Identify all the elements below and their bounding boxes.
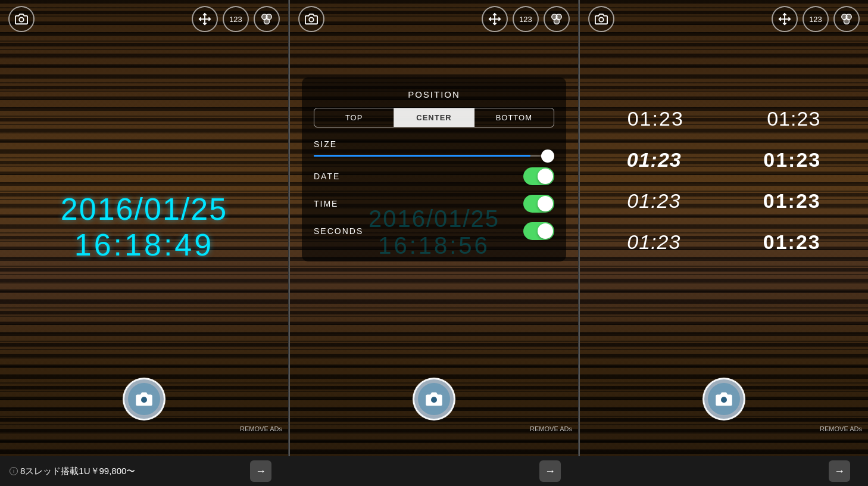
camera-rotate-button[interactable] <box>298 6 324 32</box>
position-center-button[interactable]: CENTER <box>394 108 474 127</box>
position-bottom-button[interactable]: BOTTOM <box>474 108 554 127</box>
svg-point-14 <box>599 17 603 21</box>
position-top-button[interactable]: TOP <box>314 108 394 127</box>
screen3: 123 01:23 01:23 01:23 <box>580 0 868 456</box>
123-button[interactable]: 123 <box>803 6 829 32</box>
font-row-2: 01:23 01:23 <box>586 148 862 172</box>
capture-button[interactable] <box>413 378 455 420</box>
font-row-3: 01:23 01:23 <box>586 189 862 213</box>
font-option-1[interactable]: 01:23 <box>627 107 684 130</box>
date-display: 2016/01/25 <box>0 192 288 226</box>
remove-ads-label[interactable]: REMOVE ADs <box>240 425 282 432</box>
123-button[interactable]: 123 <box>223 6 249 32</box>
remove-ads-label[interactable]: REMOVE ADs <box>530 425 572 432</box>
slider-fill <box>314 155 530 157</box>
capture-button[interactable] <box>702 378 745 420</box>
svg-point-7 <box>309 17 313 21</box>
ad-arrow-button-2[interactable]: → <box>539 460 561 482</box>
123-button[interactable]: 123 <box>513 6 539 32</box>
time-toggle-thumb <box>538 196 553 211</box>
capture-inner <box>708 383 740 415</box>
seconds-toggle-label: SECONDS <box>314 226 363 236</box>
capture-button[interactable] <box>123 378 166 420</box>
settings-panel: POSITION TOP CENTER BOTTOM SIZE DATE <box>302 77 566 261</box>
svg-point-20 <box>721 397 727 403</box>
ad-arrow-button[interactable]: → <box>829 460 850 482</box>
toolbar-right: 123 <box>772 6 860 32</box>
svg-point-6 <box>141 397 147 403</box>
toolbar: 123 <box>290 0 578 38</box>
font-option-3[interactable]: 01:23 <box>627 148 682 172</box>
remove-ads-label[interactable]: REMOVE ADs <box>820 425 862 432</box>
toolbar: 123 <box>580 0 868 38</box>
font-option-5[interactable]: 01:23 <box>627 189 680 213</box>
date-toggle-row: DATE <box>314 167 554 185</box>
time-display: 16:18:49 <box>0 226 288 263</box>
svg-point-5 <box>264 18 269 24</box>
svg-point-19 <box>844 18 849 24</box>
svg-point-12 <box>554 18 559 24</box>
font-row-4: 01:23 01:23 <box>586 230 862 254</box>
ad-bar: i 8スレッド搭載1U￥99,800〜 → → → <box>0 456 868 486</box>
toolbar-left <box>588 6 614 32</box>
color-button[interactable] <box>254 6 280 32</box>
move-button[interactable] <box>192 6 218 32</box>
date-toggle-thumb <box>538 169 553 184</box>
time-toggle-label: TIME <box>314 199 338 208</box>
camera-rotate-button[interactable] <box>8 6 35 32</box>
seconds-toggle[interactable] <box>523 222 554 240</box>
time-toggle-row: TIME <box>314 195 554 213</box>
font-option-2[interactable]: 01:23 <box>767 107 820 130</box>
toolbar-right: 123 <box>482 6 570 32</box>
settings-title: POSITION <box>314 89 554 99</box>
move-button[interactable] <box>772 6 798 32</box>
info-icon: i <box>10 467 18 475</box>
color-button[interactable] <box>544 6 570 32</box>
color-button[interactable] <box>833 6 860 32</box>
camera-rotate-button[interactable] <box>588 6 614 32</box>
toolbar: 123 <box>0 0 288 38</box>
move-button[interactable] <box>482 6 508 32</box>
arrow-icon-2: → <box>545 465 555 478</box>
svg-point-13 <box>431 397 437 403</box>
slider-thumb[interactable] <box>541 149 554 163</box>
size-section: SIZE <box>314 139 554 157</box>
font-option-6[interactable]: 01:23 <box>763 189 821 213</box>
arrow-icon: → <box>834 465 845 478</box>
toolbar-left <box>298 6 324 32</box>
position-selector: TOP CENTER BOTTOM <box>314 108 554 127</box>
svg-point-0 <box>19 17 23 21</box>
datetime-overlay: 2016/01/25 16:18:49 <box>0 192 288 264</box>
screen1: 123 2016/01/25 16:18:49 <box>0 0 289 456</box>
seconds-toggle-row: SECONDS <box>314 222 554 240</box>
time-toggle[interactable] <box>523 195 554 213</box>
date-toggle[interactable] <box>523 167 554 185</box>
ad-arrow-button-3[interactable]: → <box>250 460 271 482</box>
capture-inner <box>128 383 160 415</box>
ad-text: 8スレッド搭載1U￥99,800〜 <box>20 466 135 477</box>
arrow-icon-3: → <box>255 465 266 478</box>
size-slider[interactable] <box>314 155 554 157</box>
font-option-7[interactable]: 01:23 <box>627 230 680 254</box>
screen2: 123 2016/01/25 16:18:56 POSITION TOP <box>290 0 579 456</box>
font-options: 01:23 01:23 01:23 01:23 01:23 01:23 01:2… <box>580 107 868 272</box>
font-row-1: 01:23 01:23 <box>586 107 862 130</box>
font-option-4[interactable]: 01:23 <box>763 148 821 172</box>
size-label: SIZE <box>314 139 554 149</box>
toolbar-right: 123 <box>192 6 280 32</box>
font-option-8[interactable]: 01:23 <box>763 230 821 254</box>
seconds-toggle-thumb <box>538 223 553 239</box>
capture-inner <box>418 383 450 415</box>
toolbar-left <box>8 6 35 32</box>
date-toggle-label: DATE <box>314 172 340 181</box>
